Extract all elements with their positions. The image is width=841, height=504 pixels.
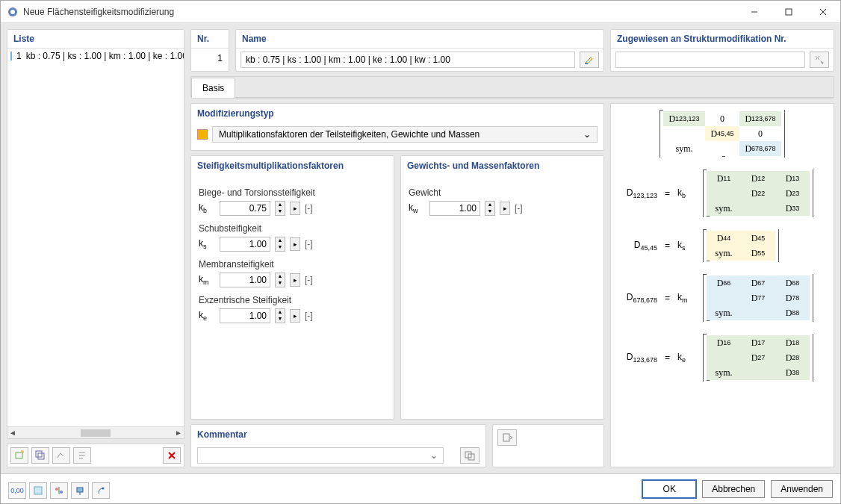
- kb-row: kb ▲▼ ▸ [-]: [199, 201, 386, 216]
- kb-symbol: kb: [199, 202, 215, 214]
- list-item[interactable]: 1 kb : 0.75 | ks : 1.00 | km : 1.00 | ke…: [7, 49, 184, 63]
- kw-unit: [-]: [515, 203, 523, 214]
- list-item-color-icon: [10, 52, 12, 60]
- km-unit: [-]: [305, 275, 313, 285]
- toolbar-btn-4[interactable]: [73, 447, 91, 464]
- bottom-btn-1[interactable]: 0,00: [8, 482, 26, 499]
- kommentar-extra-button[interactable]: [460, 447, 480, 464]
- assign-panel: Zugewiesen an Strukturmodifikation Nr.: [610, 29, 834, 72]
- ok-button[interactable]: OK: [642, 480, 696, 498]
- bottom-toolbar: 0,00: [8, 479, 110, 499]
- toolbar-btn-3[interactable]: [52, 447, 70, 464]
- km-input[interactable]: [220, 273, 270, 287]
- svg-rect-13: [34, 487, 42, 494]
- cancel-button[interactable]: Abbrechen: [702, 480, 765, 498]
- kommentar-side-panel: [492, 424, 604, 467]
- eq-ke: D123,678=keD16D17D18D27D28sym.D38: [617, 334, 828, 382]
- close-button[interactable]: [806, 1, 840, 23]
- scroll-left-icon[interactable]: ◄: [9, 429, 16, 437]
- ks-input[interactable]: [220, 237, 270, 252]
- side-icon-button[interactable]: [497, 429, 517, 446]
- ke-unit: [-]: [305, 311, 313, 321]
- tab-basis[interactable]: Basis: [191, 78, 235, 98]
- copy-item-button[interactable]: [31, 447, 49, 464]
- assign-header: Zugewiesen an Strukturmodifikation Nr.: [611, 30, 834, 49]
- body-left: Modifizierungstyp Multiplikationsfaktore…: [190, 103, 604, 467]
- list-header: Liste: [7, 30, 184, 49]
- ks-unit: [-]: [305, 239, 313, 249]
- list-hscroll[interactable]: ◄ ►: [7, 426, 184, 438]
- ks-label: Schubsteifigkeit: [199, 223, 386, 234]
- kb-input[interactable]: [220, 201, 270, 216]
- stiffness-header: Steifigkeitsmultiplikationsfaktoren: [191, 156, 394, 175]
- list-item-text: kb : 0.75 | ks : 1.00 | km : 1.00 | ke :…: [26, 51, 184, 61]
- matrix-panel: D123,1230D123,678 D45,450 sym.D678,678 D…: [610, 103, 834, 467]
- ke-menu-button[interactable]: ▸: [290, 309, 300, 323]
- km-menu-button[interactable]: ▸: [290, 273, 300, 287]
- top-matrix: D123,1230D123,678 D45,450 sym.D678,678: [617, 110, 828, 158]
- minimize-button[interactable]: [737, 1, 772, 23]
- weight-header: Gewichts- und Massenfaktoren: [401, 156, 603, 175]
- modtype-select[interactable]: Multiplikationsfaktoren der Teilsteifigk…: [212, 126, 598, 143]
- delete-item-button[interactable]: [163, 447, 181, 464]
- assign-input[interactable]: [615, 52, 805, 68]
- dialog-window: Neue Flächensteifigkeitsmodifizierung Li…: [0, 0, 841, 504]
- title-bar: Neue Flächensteifigkeitsmodifizierung: [1, 1, 840, 23]
- bottom-btn-4[interactable]: [71, 482, 89, 499]
- kw-spinner[interactable]: ▲▼: [485, 201, 495, 216]
- ks-row: ks ▲▼ ▸ [-]: [199, 237, 386, 252]
- svg-point-1: [10, 10, 15, 14]
- name-input[interactable]: [240, 52, 575, 68]
- kw-menu-button[interactable]: ▸: [500, 202, 510, 215]
- kommentar-row: Kommentar ⌄: [190, 424, 604, 467]
- svg-rect-7: [36, 451, 42, 457]
- apply-button[interactable]: Anwenden: [771, 480, 833, 498]
- assign-pick-button[interactable]: [810, 52, 829, 68]
- ke-spinner[interactable]: ▲▼: [275, 308, 285, 323]
- weight-panel: Gewichts- und Massenfaktoren Gewicht kw …: [400, 155, 604, 420]
- kb-unit: [-]: [305, 203, 313, 214]
- modtype-panel: Modifizierungstyp Multiplikationsfaktore…: [190, 103, 604, 151]
- kommentar-panel: Kommentar ⌄: [190, 424, 486, 467]
- kommentar-dropdown-icon[interactable]: ⌄: [430, 450, 438, 461]
- chevron-down-icon: ⌄: [583, 129, 591, 140]
- scroll-right-icon[interactable]: ►: [175, 429, 182, 437]
- new-item-button[interactable]: [10, 447, 28, 464]
- km-label: Membransteifigkeit: [199, 259, 386, 270]
- ks-spinner[interactable]: ▲▼: [275, 237, 285, 252]
- main-column: Nr. 1 Name Zugewiesen an Strukturmodifik…: [190, 29, 834, 467]
- name-header: Name: [236, 30, 603, 49]
- tabs-panel: Basis: [190, 76, 834, 99]
- km-spinner[interactable]: ▲▼: [275, 273, 285, 287]
- list-toolbar: [7, 444, 184, 467]
- bottom-btn-3[interactable]: [50, 482, 68, 499]
- edit-name-button[interactable]: [580, 52, 599, 68]
- modtype-value: Multiplikationsfaktoren der Teilsteifigk…: [219, 129, 480, 140]
- nr-header: Nr.: [191, 30, 229, 49]
- app-icon: [7, 6, 19, 18]
- km-symbol: km: [199, 274, 215, 286]
- bottom-btn-2[interactable]: [29, 482, 47, 499]
- tab-bar: Basis: [191, 77, 834, 98]
- content-area: Liste 1 kb : 0.75 | ks : 1.00 | km : 1.0…: [1, 23, 840, 473]
- scroll-thumb[interactable]: [81, 429, 111, 437]
- ks-symbol: ks: [199, 238, 215, 250]
- kb-spinner[interactable]: ▲▼: [275, 201, 285, 216]
- km-row: km ▲▼ ▸ [-]: [199, 273, 386, 287]
- bottom-btn-5[interactable]: [92, 482, 110, 499]
- ke-symbol: ke: [199, 310, 215, 322]
- eq-ks: D45,45=ksD44D45sym.D55: [617, 229, 828, 262]
- ke-input[interactable]: [220, 308, 270, 323]
- kb-menu-button[interactable]: ▸: [290, 202, 300, 215]
- kommentar-input[interactable]: [197, 447, 444, 464]
- kb-label: Biege- und Torsionssteifigkeit: [199, 187, 386, 198]
- kw-input[interactable]: [429, 201, 480, 216]
- svg-rect-3: [786, 9, 792, 15]
- list-item-index: 1: [16, 51, 22, 61]
- list-body[interactable]: 1 kb : 0.75 | ks : 1.00 | km : 1.00 | ke…: [7, 49, 184, 426]
- svg-rect-17: [77, 488, 83, 492]
- maximize-button[interactable]: [772, 1, 806, 23]
- factors-row: Steifigkeitsmultiplikationsfaktoren Bieg…: [190, 155, 604, 420]
- window-title: Neue Flächensteifigkeitsmodifizierung: [23, 7, 737, 17]
- ks-menu-button[interactable]: ▸: [290, 237, 300, 251]
